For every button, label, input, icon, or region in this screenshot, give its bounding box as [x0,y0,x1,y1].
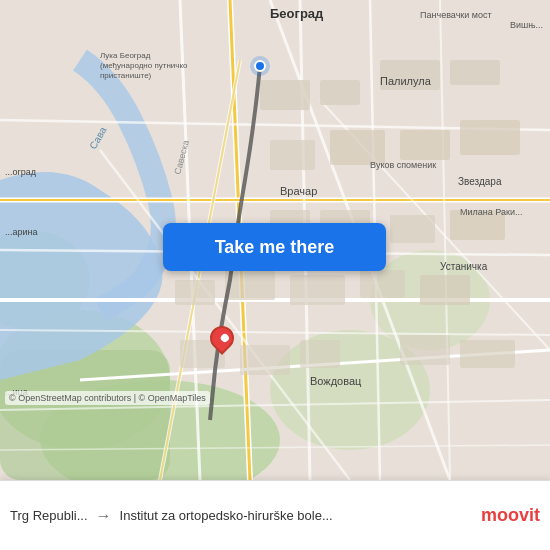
svg-rect-46 [300,340,340,368]
map-attribution: © OpenStreetMap contributors | © OpenMap… [5,391,210,405]
svg-text:...оград: ...оград [5,167,37,177]
svg-rect-43 [420,275,470,305]
map-container: Београд Панчевачки мост Вишњ... Лука Бео… [0,0,550,480]
svg-text:Вуков споменик: Вуков споменик [370,160,436,170]
svg-text:Вишњ...: Вишњ... [510,20,543,30]
take-me-there-button[interactable]: Take me there [163,223,386,271]
svg-text:пристаниште): пристаниште) [100,71,152,80]
svg-text:Устаничка: Устаничка [440,261,488,272]
route-arrow-icon: → [96,507,112,525]
svg-rect-27 [260,80,310,110]
svg-text:Панчевачки мост: Панчевачки мост [420,10,492,20]
moovit-brand-text: moovit [481,505,540,526]
bottom-bar: Trg Republi... → Institut za ortopedsko-… [0,480,550,550]
svg-rect-34 [460,120,520,155]
svg-rect-41 [290,275,345,305]
svg-text:Врачар: Врачар [280,185,317,197]
svg-rect-47 [400,335,450,365]
svg-rect-30 [450,60,500,85]
origin-marker [250,56,270,76]
svg-rect-39 [175,280,215,305]
svg-text:...арина: ...арина [5,227,38,237]
svg-text:Вождовац: Вождовац [310,375,362,387]
svg-text:Милана Раки...: Милана Раки... [460,207,522,217]
svg-rect-31 [270,140,315,170]
svg-text:Лука Београд: Лука Београд [100,51,151,60]
svg-rect-48 [460,340,515,368]
svg-rect-42 [360,270,405,298]
moovit-logo: moovit [460,480,550,550]
svg-text:Палилула: Палилула [380,75,432,87]
svg-text:(међународно путничко: (међународно путничко [100,61,188,70]
svg-rect-45 [240,345,290,375]
svg-text:Београд: Београд [270,6,324,21]
destination-marker [210,326,234,350]
svg-rect-37 [390,215,435,243]
svg-text:Звездара: Звездара [458,176,502,187]
svg-rect-40 [225,270,275,300]
svg-rect-33 [400,130,450,160]
origin-label: Trg Republi... [10,508,88,523]
svg-rect-28 [320,80,360,105]
